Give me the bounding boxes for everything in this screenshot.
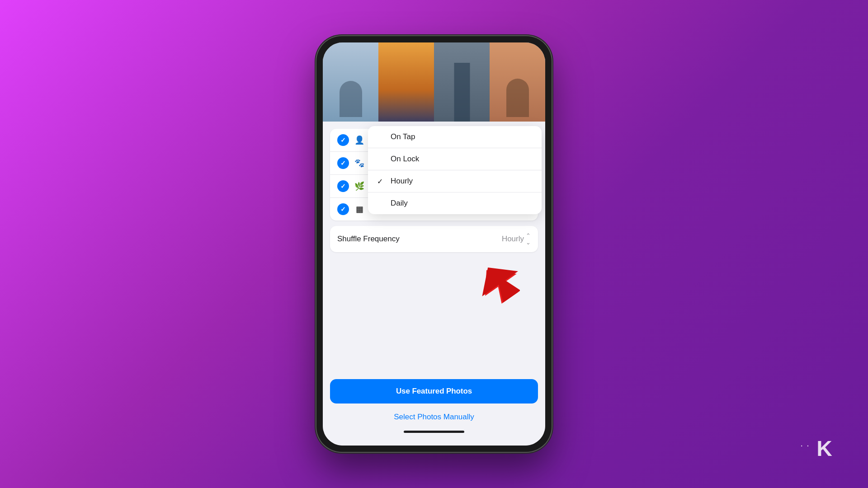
photo-cell-2 — [378, 42, 434, 122]
dropdown-item-daily[interactable]: Daily — [368, 192, 538, 214]
logo-dots: · · — [801, 442, 810, 450]
dropdown-item-on-lock[interactable]: On Lock — [368, 148, 538, 170]
scene: · · K 👤 Pe — [0, 0, 868, 488]
red-arrow-icon — [461, 259, 520, 305]
check-circle-3 — [337, 180, 349, 192]
chevron-up-down-icon: ⌃⌄ — [526, 232, 531, 246]
photo-strip — [323, 42, 545, 122]
check-mark-icon: ✓ — [377, 177, 386, 186]
shuffle-frequency-label: Shuffle Frequency — [337, 235, 400, 244]
phone-device: 👤 Pe 🐾 Pe 🌿 N ▦ — [316, 36, 552, 452]
shuffle-value-text: Hourly — [502, 235, 524, 244]
use-featured-photos-button[interactable]: Use Featured Photos — [330, 379, 538, 404]
photo-cell-3 — [434, 42, 490, 122]
arrow-container — [330, 258, 538, 305]
dropdown-item-hourly[interactable]: ✓ Hourly — [368, 170, 538, 192]
nature-icon: 🌿 — [354, 181, 364, 191]
person-icon: 👤 — [354, 135, 364, 145]
check-circle-4 — [337, 203, 349, 215]
phone-screen: 👤 Pe 🐾 Pe 🌿 N ▦ — [323, 42, 545, 446]
logo-letter: K — [816, 436, 832, 460]
dropdown-item-on-tap[interactable]: On Tap — [368, 129, 538, 148]
on-lock-label: On Lock — [391, 155, 419, 164]
select-photos-manually-button[interactable]: Select Photos Manually — [330, 409, 538, 425]
hourly-label: Hourly — [391, 177, 413, 186]
content-area: 👤 Pe 🐾 Pe 🌿 N ▦ — [323, 122, 545, 446]
spacer — [330, 310, 538, 374]
shuffle-frequency-row[interactable]: Shuffle Frequency Hourly ⌃⌄ — [330, 226, 538, 252]
chart-icon: ▦ — [354, 204, 364, 214]
paw-icon: 🐾 — [354, 158, 364, 168]
photo-cell-4 — [490, 42, 545, 122]
check-circle-1 — [337, 134, 349, 146]
home-indicator — [404, 431, 464, 433]
on-tap-label: On Tap — [391, 132, 415, 141]
frequency-dropdown: On Tap On Lock ✓ Hourly Daily — [368, 129, 538, 214]
shuffle-frequency-value: Hourly ⌃⌄ — [502, 232, 531, 246]
daily-label: Daily — [391, 199, 408, 208]
knowtechie-logo: · · K — [801, 436, 832, 461]
category-card: 👤 Pe 🐾 Pe 🌿 N ▦ — [330, 129, 538, 221]
check-circle-2 — [337, 157, 349, 169]
photo-cell-1 — [323, 42, 378, 122]
svg-marker-1 — [471, 259, 520, 305]
